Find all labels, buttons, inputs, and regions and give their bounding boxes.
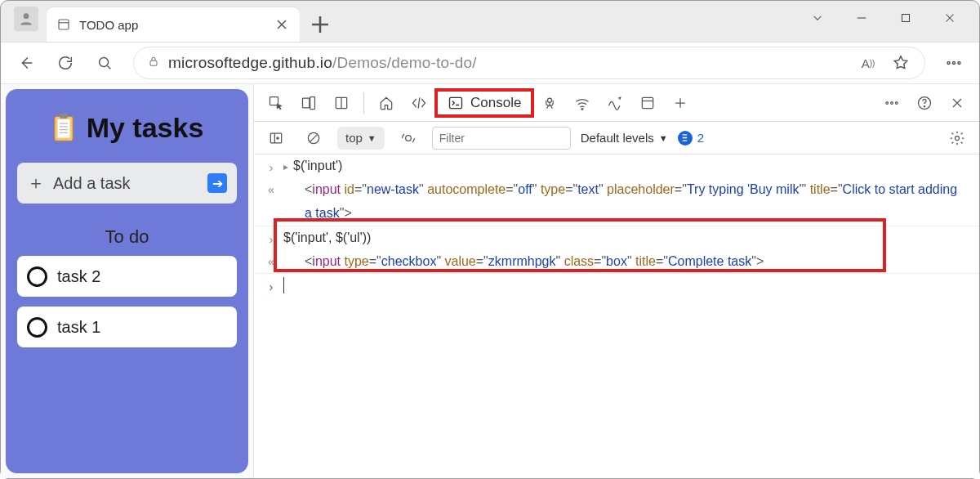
app-title: My tasks xyxy=(17,99,237,163)
svg-point-20 xyxy=(891,101,893,104)
console-settings-icon[interactable] xyxy=(943,124,971,152)
clipboard-icon xyxy=(51,110,77,145)
issues-indicator[interactable]: 2 xyxy=(678,131,704,145)
svg-rect-12 xyxy=(303,98,310,108)
svg-point-19 xyxy=(886,101,889,104)
devtools-help-icon[interactable] xyxy=(911,89,938,117)
devtools-panel: Console xyxy=(254,84,979,478)
favorite-star-icon[interactable] xyxy=(890,52,911,74)
more-menu-button[interactable] xyxy=(943,52,964,74)
svg-point-26 xyxy=(405,135,411,141)
task-checkbox-icon[interactable] xyxy=(27,317,47,338)
svg-point-3 xyxy=(100,58,109,67)
console-result-line: <input type="checkbox" value="zkmrmhpgk"… xyxy=(254,250,979,274)
page-content: My tasks ＋ Add a task ➔ To do task 2 xyxy=(1,84,254,478)
task-label: task 1 xyxy=(57,318,100,337)
application-tab-icon[interactable] xyxy=(634,89,662,117)
log-levels-selector[interactable]: Default levels ▼ xyxy=(581,131,668,145)
console-filter-input[interactable] xyxy=(432,127,571,150)
app-title-text: My tasks xyxy=(87,112,204,144)
new-tab-button[interactable] xyxy=(306,11,334,38)
task-item[interactable]: task 1 xyxy=(17,307,237,347)
content-area: My tasks ＋ Add a task ➔ To do task 2 xyxy=(1,84,979,478)
console-tab[interactable]: Console xyxy=(438,92,531,114)
add-task-placeholder: Add a task xyxy=(53,174,131,193)
svg-point-0 xyxy=(24,13,29,19)
context-selector[interactable]: top ▼ xyxy=(337,127,385,150)
svg-point-6 xyxy=(953,62,956,65)
issues-dot-icon xyxy=(678,131,693,145)
console-output[interactable]: › $('input') <input id="new-task" autoco… xyxy=(254,154,979,478)
tasks-card: My tasks ＋ Add a task ➔ To do task 2 xyxy=(6,89,248,473)
todo-section-header: To do xyxy=(17,226,237,248)
elements-tab-icon[interactable] xyxy=(405,89,433,117)
clear-console-icon[interactable] xyxy=(300,124,327,152)
refresh-button[interactable] xyxy=(55,52,76,74)
address-bar[interactable]: microsoftedge.github.io/Demos/demo-to-do… xyxy=(133,47,925,79)
chevron-down-icon: ▼ xyxy=(368,133,376,143)
plus-icon: ＋ xyxy=(27,171,45,195)
sources-tab-icon[interactable] xyxy=(536,89,564,117)
window-close-icon[interactable] xyxy=(938,7,961,29)
devtools-close-icon[interactable] xyxy=(943,89,971,117)
svg-point-23 xyxy=(924,105,924,106)
svg-rect-2 xyxy=(902,15,910,22)
welcome-tab-icon[interactable] xyxy=(372,89,400,117)
window-maximize-icon[interactable] xyxy=(894,7,917,29)
svg-rect-4 xyxy=(150,60,157,65)
chevron-down-icon: ▼ xyxy=(659,133,668,143)
titlebar: TODO app xyxy=(1,1,979,42)
console-input-line: › $('input') xyxy=(254,154,979,178)
task-checkbox-icon[interactable] xyxy=(27,266,47,287)
inspect-element-icon[interactable] xyxy=(262,89,290,117)
device-toolbar-icon[interactable] xyxy=(295,89,323,117)
svg-point-27 xyxy=(956,136,960,140)
live-expression-icon[interactable] xyxy=(394,124,422,152)
console-input-line: › $('input', $('ul')) xyxy=(254,226,979,250)
tab-title: TODO app xyxy=(79,18,265,32)
task-item[interactable]: task 2 xyxy=(17,256,237,297)
read-aloud-icon[interactable]: A)) xyxy=(858,52,879,74)
dock-side-icon[interactable] xyxy=(327,89,355,117)
tab-close-icon[interactable] xyxy=(274,16,290,33)
browser-window: TODO app xyxy=(0,0,980,479)
search-button[interactable] xyxy=(94,52,115,74)
svg-point-17 xyxy=(582,108,584,110)
more-tabs-icon[interactable] xyxy=(666,89,694,117)
svg-point-21 xyxy=(896,101,898,104)
svg-rect-9 xyxy=(57,119,69,138)
console-result-line: <input id="new-task" autocomplete="off" … xyxy=(254,178,979,226)
svg-point-7 xyxy=(958,62,960,65)
svg-point-5 xyxy=(947,62,950,65)
site-info-lock-icon[interactable] xyxy=(147,55,160,71)
window-controls xyxy=(806,7,973,36)
window-minimize-icon[interactable] xyxy=(850,7,873,29)
performance-tab-icon[interactable] xyxy=(601,89,629,117)
devtools-more-icon[interactable] xyxy=(878,89,906,117)
network-tab-icon[interactable] xyxy=(568,89,596,117)
console-tab-label: Console xyxy=(470,95,521,111)
url-text: microsoftedge.github.io/Demos/demo-to-do… xyxy=(168,54,849,72)
add-task-submit-icon[interactable]: ➔ xyxy=(207,173,227,193)
svg-rect-15 xyxy=(450,97,462,108)
console-filter-bar: top ▼ Default levels ▼ 2 xyxy=(254,122,979,154)
devtools-tabbar: Console xyxy=(254,84,979,122)
profile-button[interactable] xyxy=(14,7,38,31)
window-chevron-icon[interactable] xyxy=(806,7,829,29)
svg-rect-1 xyxy=(59,20,69,29)
svg-rect-10 xyxy=(60,114,68,119)
back-button[interactable] xyxy=(16,52,37,74)
nav-toolbar: microsoftedge.github.io/Demos/demo-to-do… xyxy=(1,42,979,84)
svg-rect-13 xyxy=(310,96,315,109)
console-sidebar-toggle-icon[interactable] xyxy=(262,124,290,152)
task-label: task 2 xyxy=(57,267,100,286)
console-prompt-line[interactable]: › xyxy=(254,273,979,298)
tab-favicon-icon xyxy=(56,17,71,32)
svg-rect-18 xyxy=(643,97,653,108)
add-task-input[interactable]: ＋ Add a task ➔ xyxy=(17,163,237,204)
svg-point-16 xyxy=(548,98,552,102)
browser-tab[interactable]: TODO app xyxy=(47,7,300,42)
